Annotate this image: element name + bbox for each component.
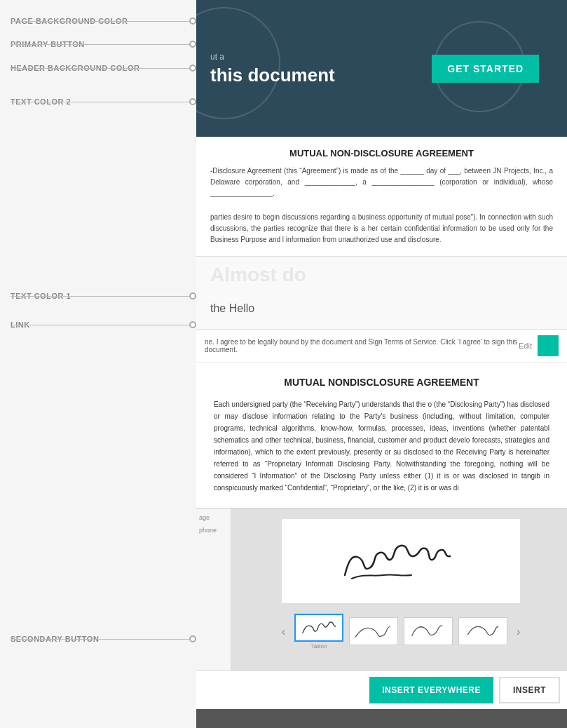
get-started-button[interactable]: GET STARTED (432, 55, 539, 83)
sig-thumb-2[interactable] (349, 617, 398, 645)
right-panel: ut a this document GET STARTED MUTUAL NO… (196, 0, 567, 728)
almost-done-watermark: Almost do (210, 264, 306, 286)
signature-section: age phone ‹ (196, 508, 567, 670)
sig-thumb-group-2 (349, 617, 398, 647)
dark-footer (196, 709, 567, 728)
nda-text-1: -Disclosure Agreement (this “Agreement”)… (210, 166, 553, 199)
nda-text-2: parties desire to begin discussions rega… (210, 212, 553, 245)
sig-sidebar-text: age (199, 514, 228, 521)
insert-button[interactable]: INSERT (499, 677, 560, 703)
text-color2-dot (189, 98, 196, 105)
text-color1-line (11, 296, 196, 297)
sig-thumb-group-1: Tallinn (294, 614, 343, 649)
header-bg-dot (189, 65, 196, 72)
left-panel: PAGE BACKGROUND COLOR PRIMARY BUTTON HEA… (0, 0, 196, 728)
sig-thumb-group-3 (404, 617, 453, 647)
page-bg-dot (189, 18, 196, 25)
almost-done-section: Almost do the Hello (196, 256, 567, 329)
action-bar: INSERT EVERYWHERE INSERT (196, 670, 567, 709)
primary-btn-dot (189, 41, 196, 48)
nda-title: MUTUAL NON-DISCLOSURE AGREEMENT (210, 148, 553, 159)
sig-main-area: ‹ Tallinn (245, 519, 556, 649)
mnda-section: MUTUAL NONDISCLOSURE AGREEMENT Each unde… (196, 362, 567, 508)
mnda-text: Each undersigned party (the “Receiving P… (214, 398, 549, 494)
sig-thumb-4[interactable] (458, 617, 507, 645)
sig-thumb-3[interactable] (404, 617, 453, 645)
sig-thumb-1[interactable] (294, 614, 343, 642)
text-color2-line (11, 102, 196, 102)
sig-thumb-1-label: Tallinn (311, 643, 327, 649)
signature-svg (331, 533, 471, 589)
prev-arrow[interactable]: ‹ (278, 622, 289, 642)
header-text-area: ut a this document (210, 51, 335, 86)
primary-btn-line (11, 44, 196, 45)
header-bg-line (11, 68, 196, 69)
agree-bar: ne. I agree to be legally bound by the d… (196, 329, 567, 362)
edit-link[interactable]: Edit (519, 342, 532, 350)
page-wrapper: PAGE BACKGROUND COLOR PRIMARY BUTTON HEA… (0, 0, 567, 728)
secondary-btn-line (11, 639, 196, 640)
sig-thumb-group-4 (458, 617, 507, 647)
text-color1-dot (189, 292, 196, 299)
sig-sidebar-phone: phone (199, 527, 228, 534)
header-big-text: this document (210, 64, 335, 86)
link-dot (189, 321, 196, 328)
link-line (11, 325, 196, 325)
agree-text: ne. I agree to be legally bound by the d… (205, 338, 519, 353)
secondary-btn-dot (189, 635, 196, 642)
insert-everywhere-button[interactable]: INSERT EVERYWHERE (369, 677, 493, 703)
document-header-section: ut a this document GET STARTED (196, 0, 567, 137)
page-bg-line (11, 21, 196, 22)
nda-document-section: MUTUAL NON-DISCLOSURE AGREEMENT -Disclos… (196, 137, 567, 256)
hello-text: the Hello (210, 302, 553, 315)
header-small-text: ut a (210, 51, 335, 61)
signature-display (282, 519, 520, 603)
signature-thumbnails: ‹ Tallinn (245, 614, 556, 649)
next-arrow[interactable]: › (513, 622, 524, 642)
mnda-title: MUTUAL NONDISCLOSURE AGREEMENT (214, 377, 549, 388)
sig-sidebar: age phone (196, 508, 231, 670)
agree-indicator (538, 335, 559, 356)
